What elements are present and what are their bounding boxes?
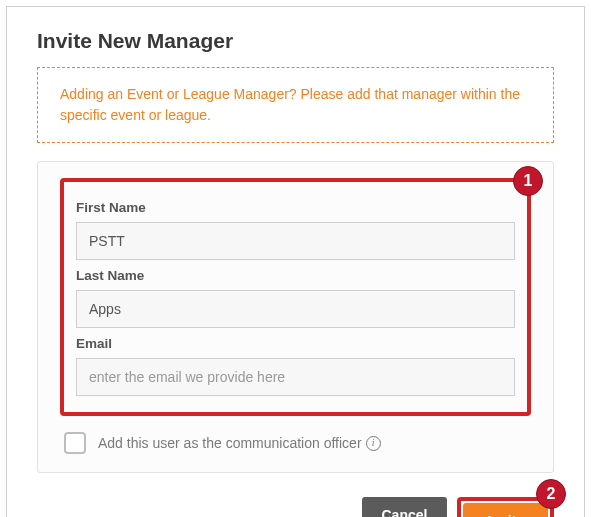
form-panel: 1 First Name Last Name Email Add this us… xyxy=(37,161,554,473)
checkbox-label-text: Add this user as the communication offic… xyxy=(98,435,362,451)
button-row: Cancel 2 Invite xyxy=(7,487,584,517)
modal-title: Invite New Manager xyxy=(7,7,584,67)
checkbox-row: Add this user as the communication offic… xyxy=(60,432,531,454)
last-name-label: Last Name xyxy=(76,268,515,283)
first-name-input[interactable] xyxy=(76,222,515,260)
cancel-button[interactable]: Cancel xyxy=(362,497,448,517)
first-name-label: First Name xyxy=(76,200,515,215)
invite-button[interactable]: Invite xyxy=(463,503,548,517)
communication-officer-checkbox[interactable] xyxy=(64,432,86,454)
email-input[interactable] xyxy=(76,358,515,396)
callout-badge-1: 1 xyxy=(513,166,543,196)
callout-badge-2: 2 xyxy=(536,479,566,509)
checkbox-label: Add this user as the communication offic… xyxy=(98,435,381,451)
invite-highlight: 2 Invite xyxy=(457,497,554,517)
invite-manager-modal: Invite New Manager Adding an Event or Le… xyxy=(6,6,585,517)
info-icon[interactable]: i xyxy=(366,436,381,451)
email-label: Email xyxy=(76,336,515,351)
last-name-input[interactable] xyxy=(76,290,515,328)
info-banner: Adding an Event or League Manager? Pleas… xyxy=(37,67,554,143)
form-highlight: 1 First Name Last Name Email xyxy=(60,178,531,416)
